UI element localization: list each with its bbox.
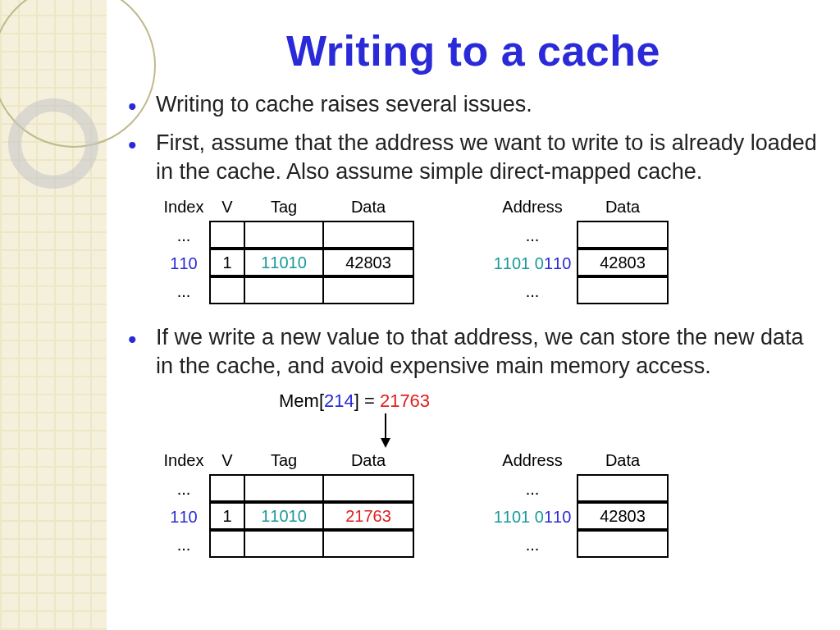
cache-row-bot-v [209,276,245,304]
cache-row-top-data [322,221,414,249]
mem2-addr-top-ellipsis: ... [487,475,578,503]
bullet-list-2: If we write a new value to that address,… [123,323,824,381]
bullet-list: Writing to cache raises several issues. … [123,90,824,186]
diagram-row-1: Index V Tag Data ... 110 1 11010 42803 .… [158,196,824,305]
slide-title: Writing to a cache [123,26,824,75]
mem-expr-mid: ] = [354,390,380,411]
mem2-addr-idx-part: 110 [544,508,571,527]
hdr-tag: Tag [244,196,323,221]
bullet-1: Writing to cache raises several issues. [146,90,824,119]
cache2-idx-bot-ellipsis: ... [158,531,210,559]
cache-row-bot-tag [244,276,324,304]
diagram-row-2: Index V Tag Data ... 110 1 11010 21763 .… [158,450,824,559]
cache-table-2: Index V Tag Data ... 110 1 11010 21763 .… [158,450,413,559]
cache2-idx-mid: 110 [158,503,210,531]
mem-assignment-expr: Mem[214] = 21763 [279,390,824,412]
cache2-row-top-tag [244,474,324,502]
mem-expr-pre: Mem[ [279,390,324,411]
cache2-row-bot-data [322,530,414,558]
slide-content: Writing to a cache Writing to cache rais… [107,0,840,630]
cache2-data: 21763 [322,502,414,530]
mem-addr-top-ellipsis: ... [487,221,578,249]
arrow-down-icon [377,413,824,448]
bullet-2: First, assume that the address we want t… [146,129,824,186]
cache2-idx-top-ellipsis: ... [158,475,210,503]
hdr-index: Index [158,196,210,221]
hdr-address-2: Address [487,450,578,475]
mem-data-1: 42803 [577,249,669,276]
mem-addr-bot-ellipsis: ... [487,277,578,305]
memory-table-2: Address Data ... 1101 0110 42803 ... [487,450,668,559]
mem-expr-val: 21763 [380,390,430,411]
svg-marker-1 [381,438,390,448]
memory-table-1: Address Data ... 1101 0110 42803 ... [487,196,668,305]
cache-row-top-v [209,221,245,249]
bullet-3: If we write a new value to that address,… [146,323,824,381]
cache-v-1: 1 [209,249,245,276]
mem-data-bot [577,276,669,304]
hdr-index-2: Index [158,450,210,475]
mem2-data: 42803 [577,502,669,530]
mem2-addr-mid: 1101 0110 [487,503,578,531]
cache-idx-top-ellipsis: ... [158,221,210,249]
mem-addr-idx-part: 110 [544,254,571,273]
mem-data-top [577,221,669,249]
mem2-data-top [577,474,669,502]
cache2-v: 1 [209,502,245,530]
cache-row-top-tag [244,221,324,249]
hdr-data-mem-2: Data [578,450,668,475]
cache-table-1: Index V Tag Data ... 110 1 11010 42803 .… [158,196,413,305]
cache2-tag: 11010 [244,502,324,530]
hdr-tag-2: Tag [244,450,323,475]
mem2-data-bot [577,530,669,558]
decor-circle-thick [8,98,98,189]
cache2-row-bot-tag [244,530,324,558]
mem2-addr-bot-ellipsis: ... [487,531,578,559]
hdr-address: Address [487,196,578,221]
cache2-row-top-data [322,474,414,502]
cache-idx-bot-ellipsis: ... [158,277,210,305]
mem-addr-tag-part: 1101 0 [494,254,544,273]
hdr-v: V [210,196,244,221]
hdr-data: Data [323,196,413,221]
cache-data-1: 42803 [322,249,414,276]
mem-addr-mid: 1101 0110 [487,249,578,277]
cache2-row-bot-v [209,530,245,558]
cache-idx-mid: 110 [158,249,210,277]
hdr-data-mem: Data [578,196,668,221]
cache-row-bot-data [322,276,414,304]
cache2-row-top-v [209,474,245,502]
hdr-v-2: V [210,450,244,475]
hdr-data-2: Data [323,450,413,475]
mem-expr-addr: 214 [324,390,354,411]
cache-tag-1: 11010 [244,249,324,276]
mem2-addr-tag-part: 1101 0 [494,508,544,527]
